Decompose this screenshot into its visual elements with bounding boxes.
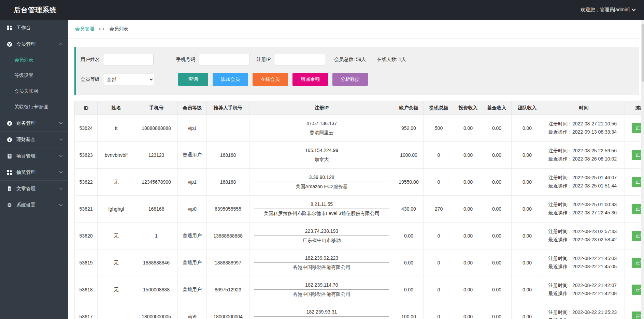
cell-referrer: 18000000004 [207,303,249,319]
column-header-invest: 投资收入 [454,101,482,115]
cell-name: fghghgf [98,196,135,223]
yen-circle-icon: ¥ [7,121,12,126]
chevron-down-icon [59,203,63,206]
member-v-icon [7,42,12,47]
table-row: 53624tt18888888888vip147.57.136.137香港阿里云… [75,115,644,142]
sidebar-subitem-label: 会员列表 [14,57,33,63]
cell-ip: 47.57.136.137香港阿里云 [249,115,394,142]
sidebar-item-label: 会员管理 [16,41,60,47]
cell-id: 53623 [75,142,98,169]
sidebar-subitem-label: 会员关联网 [14,88,38,94]
user-menu[interactable]: 欢迎您，管理员[admin] [581,7,644,13]
sidebar-item-wealth-fund[interactable]: ¥ 理财基金 [0,132,68,148]
cell-withdraw: 500 [424,115,454,142]
ip-location: 美国科罗拉多州布隆菲尔德市Level 3通信股份有限公司 [249,209,394,217]
cell-team: 0.00 [512,276,543,303]
adjust-balance-button[interactable]: 增减余额 [292,73,328,86]
sidebar-item-lottery-management[interactable]: 抽奖管理 [0,164,68,180]
cell-referrer: 168168 [207,169,249,196]
table-row: 53623bvnvbnvbff123123普通用户168168165.154.2… [75,142,644,169]
register-ip-input[interactable] [274,54,326,65]
cell-withdraw: 0 [424,142,454,169]
cell-level: vip0 [178,196,207,223]
yen-circle-icon: ¥ [7,137,12,142]
sidebar-subitem-member-list[interactable]: 会员列表 [0,52,68,68]
cell-phone: 168168 [135,196,178,223]
phone-input[interactable] [199,54,250,65]
register-time: 注册时间：2022-08-22 21:25:23 [548,308,625,317]
last-operation-time: 最近操作：2022-08-22 21:23:34 [548,317,625,319]
sidebar-item-system-settings[interactable]: ⚙ 系统设置 [0,197,68,213]
cell-level: vip1 [178,169,207,196]
sidebar-subitem-level-settings[interactable]: 等级设置 [0,68,68,83]
filter-actions: 查询添加会员在线会员增减余额分析数据 [178,73,368,86]
add-member-button[interactable]: 添加会员 [213,73,248,86]
member-level-select[interactable]: 全部 [103,74,154,85]
column-header-withdraw: 提现总额 [424,101,454,115]
sidebar-item-finance-management[interactable]: ¥ 财务管理 [0,115,68,131]
sidebar-item-label: 财务管理 [16,120,60,126]
cell-phone: 1500008888 [135,276,178,303]
cell-referrer: 6395055555 [207,196,249,223]
sidebar-item-member-management[interactable]: 会员管理 [0,36,68,52]
query-button[interactable]: 查询 [178,73,208,86]
cell-name: tt [98,115,135,142]
cell-id: 53620 [75,223,98,249]
chevron-down-icon [59,121,63,124]
register-time: 注册时间：2022-08-23 02:57:43 [548,228,625,236]
ip-address: 182.239.92.223 [249,255,394,262]
analyze-data-button[interactable]: 分析数据 [332,73,368,86]
grid-icon [7,170,12,175]
ip-location: 加拿大 [249,155,394,163]
username-input[interactable] [103,54,154,65]
scrollbar-thumb[interactable] [642,24,644,82]
table-row: 53621fghghgf168168vip063950555558.21.11.… [75,196,644,223]
table-row: 53619无1888888846普通用户1888888997182.239.92… [75,249,644,276]
cell-name [98,303,135,319]
ip-location: 香港阿里云 [249,128,394,136]
cell-team: 0.00 [512,115,543,142]
column-header-ip: 注册IP [249,101,394,115]
register-time: 注册时间：2022-08-22 21:42:07 [548,282,625,290]
cell-referrer: 168168 [207,142,249,169]
cell-time: 注册时间：2022-08-22 21:42:07最近操作：2022-08-22 … [543,276,625,303]
cell-invest: 0.00 [454,169,482,196]
sidebar-item-article-management[interactable]: 文章管理 [0,181,68,197]
cell-phone: 123123 [135,142,178,169]
member-total-value: 59人 [356,57,366,62]
sidebar-item-label: 理财基金 [16,137,60,143]
cell-level: 普通用户 [178,249,207,276]
ip-address: 165.154.224.99 [249,148,394,155]
sidebar-subitem-member-network[interactable]: 会员关联网 [0,83,68,99]
ip-location: 香港中国移动香港有限公司 [249,263,394,271]
cell-withdraw: 0 [424,303,454,319]
breadcrumb-section-link[interactable]: 会员管理 [75,26,94,32]
cell-team: 0.00 [512,303,543,319]
last-operation-time: 最近操作：2022-09-13 08:33:34 [548,128,625,136]
member-table: ID姓名手机号会员等级推荐人手机号注册IP账户余额提现总额投资收入基金收入团队收… [74,101,644,319]
cell-invest: 0.00 [454,196,482,223]
chevron-down-icon [632,7,635,11]
column-header-team: 团队收入 [512,101,543,115]
chevron-down-icon [59,154,63,157]
column-header-name: 姓名 [98,101,135,115]
cell-balance: 0.00 [394,249,424,276]
cell-ip: 8.21.11.55美国科罗拉多州布隆菲尔德市Level 3通信股份有限公司 [249,196,394,223]
ip-location: 广东省中山市移动 [249,236,394,244]
online-members-button[interactable]: 在线会员 [253,73,288,86]
ip-address: 47.57.136.137 [249,121,394,128]
cell-invest: 0.00 [454,115,482,142]
sidebar-subitem-bank-card-management[interactable]: 关联银行卡管理 [0,99,68,115]
cell-withdraw: 0 [424,249,454,276]
cell-id: 53617 [75,303,98,319]
chevron-up-icon [59,43,63,47]
cell-id: 53621 [75,196,98,223]
cell-phone: 1 [135,223,178,249]
sidebar-item-workbench[interactable]: 工作台 [0,20,68,36]
cell-withdraw: 0 [424,169,454,196]
member-stats: 会员总数: 59人 在线人数: 1人 [334,57,406,63]
breadcrumb-separator: >> [98,26,105,32]
cell-phone: 1888888846 [135,249,178,276]
register-time: 注册时间：2022-08-22 21:45:03 [548,255,625,263]
sidebar-item-project-management[interactable]: 项目管理 [0,148,68,164]
